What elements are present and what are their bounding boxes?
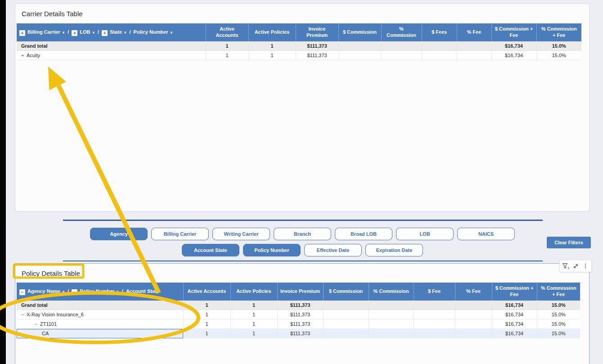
filter-section-divider-top: [63, 220, 543, 221]
column-header[interactable]: % Commission + Fee: [537, 283, 580, 301]
table-row-selected[interactable]: CA 1 1 $111,373 $16,734 15.0%: [17, 329, 580, 338]
chevron-down-icon[interactable]: ∨: [62, 31, 65, 35]
cell: 1: [183, 301, 230, 310]
cell: [422, 41, 457, 51]
chevron-down-icon[interactable]: ∨: [92, 31, 95, 35]
field-account-state[interactable]: Account State: [126, 288, 159, 294]
filter-button-row-1: Agency Billing Carrier Writing Carrier B…: [90, 228, 515, 240]
cell: $111,373: [277, 301, 323, 310]
column-header[interactable]: Active Accounts: [206, 23, 248, 41]
collapse-minus-icon[interactable]: −: [21, 312, 27, 317]
chevron-down-icon[interactable]: ∨: [124, 31, 127, 35]
filter-button-expiration-date[interactable]: Expiration Date: [365, 244, 423, 256]
cell: $16,734: [492, 310, 537, 319]
filter-button-naics[interactable]: NAICS: [457, 228, 515, 240]
hierarchy-separator: /: [130, 29, 131, 35]
cell: $16,734: [492, 329, 537, 338]
filter-funnel-icon: 1: [562, 263, 570, 270]
row-label: Grand total: [17, 301, 183, 310]
column-header[interactable]: $ Commission + Fee: [492, 283, 537, 301]
cell: $111,373: [296, 41, 338, 51]
policy-table-title: Policy Details Table: [22, 270, 80, 277]
cell: [457, 51, 491, 60]
column-header[interactable]: % Commission + Fee: [536, 23, 581, 41]
filter-button-broad-lob[interactable]: Broad LOB: [335, 228, 392, 240]
column-header[interactable]: Invoice Premium: [296, 23, 338, 41]
collapse-toggle-icon[interactable]: +: [19, 30, 25, 36]
column-header[interactable]: $ Commission: [323, 283, 369, 301]
cell: 15.0%: [537, 301, 580, 310]
filter-button-writing-carrier[interactable]: Writing Carrier: [212, 228, 270, 240]
cell: $16,734: [492, 319, 537, 329]
cell: [369, 319, 414, 329]
applied-filters-button[interactable]: 1: [562, 261, 570, 270]
hierarchy-separator: /: [122, 288, 123, 294]
collapse-minus-icon[interactable]: −: [35, 321, 40, 327]
field-billing-carrier[interactable]: Billing Carrier: [27, 29, 60, 35]
policy-details-panel: Policy Details Table −Agency Name∨/−Poli…: [15, 263, 590, 364]
column-header[interactable]: Active Accounts: [183, 283, 230, 301]
filter-button-billing-carrier[interactable]: Billing Carrier: [151, 228, 209, 240]
cell: 1: [248, 41, 296, 51]
cell: [369, 301, 414, 310]
hierarchy-separator: /: [98, 29, 99, 35]
column-header[interactable]: % Fee: [457, 23, 491, 41]
field-policy-number[interactable]: Policy Number: [80, 288, 114, 294]
collapse-toggle-icon[interactable]: +: [72, 30, 77, 36]
table-row[interactable]: −X-Ray Vision Insurance_6 1 1 $111,373 $…: [17, 310, 580, 319]
field-policy-number[interactable]: Policy Number: [134, 29, 168, 35]
column-header[interactable]: % Fee: [455, 283, 492, 301]
clear-filters-button[interactable]: Clear Filters: [547, 237, 591, 248]
column-header[interactable]: % Commission: [381, 23, 422, 41]
row-label: ZT1101: [40, 321, 57, 327]
chevron-down-icon[interactable]: ∨: [116, 290, 119, 294]
focus-mode-button[interactable]: [572, 261, 580, 270]
chevron-down-icon[interactable]: ∨: [62, 290, 65, 294]
more-options-button[interactable]: [581, 261, 590, 270]
collapse-toggle-icon[interactable]: +: [102, 30, 108, 36]
column-header[interactable]: $ Fee: [414, 283, 455, 301]
column-header[interactable]: $ Commission + Fee: [491, 23, 536, 41]
field-lob[interactable]: LOB: [80, 29, 90, 35]
table-row[interactable]: Grand total 1 1 $111,373 $16,734 15.0%: [17, 301, 580, 310]
filter-button-lob[interactable]: LOB: [396, 228, 454, 240]
filter-button-branch[interactable]: Branch: [274, 228, 331, 240]
filter-button-row-2: Account State Policy Number Effective Da…: [182, 244, 423, 256]
column-header[interactable]: % Commission: [369, 283, 414, 301]
column-header[interactable]: Active Policies: [248, 23, 296, 41]
row-label: X-Ray Vision Insurance_6: [27, 312, 84, 317]
column-header[interactable]: Invoice Premium: [277, 283, 323, 301]
policy-hierarchy-header[interactable]: −Agency Name∨/−Policy Number∨/Account St…: [17, 283, 183, 301]
filter-button-policy-number[interactable]: Policy Number: [243, 244, 301, 256]
cell: [414, 329, 455, 338]
collapse-toggle-icon[interactable]: −: [72, 289, 77, 295]
cell: [381, 51, 422, 60]
cell: $16,734: [491, 51, 536, 60]
table-row[interactable]: +Acuity 1 1 $111,373 $16,734 15.0%: [17, 51, 581, 60]
collapse-toggle-icon[interactable]: −: [19, 289, 25, 295]
table-row[interactable]: −ZT1101 1 1 $111,373 $16,734 15.0%: [17, 319, 580, 329]
cell: $16,734: [491, 41, 536, 51]
column-header[interactable]: Active Policies: [230, 283, 277, 301]
cell: [455, 329, 492, 338]
filter-section-divider-bottom: [63, 261, 543, 261]
kebab-menu-icon: [585, 264, 586, 268]
column-header[interactable]: $ Commission: [338, 23, 381, 41]
row-label: Acuity: [27, 53, 40, 58]
cell: [323, 310, 369, 319]
table-row[interactable]: Grand total 1 1 $111,373 $16,734 15.0%: [17, 41, 581, 51]
cell: 1: [206, 41, 248, 51]
cell: 1: [206, 51, 248, 60]
column-header[interactable]: $ Fees: [422, 23, 457, 41]
filter-button-effective-date[interactable]: Effective Date: [304, 244, 362, 256]
carrier-hierarchy-header[interactable]: +Billing Carrier∨/+LOB∨/+State∨/Policy N…: [17, 23, 206, 41]
chevron-down-icon[interactable]: ∨: [170, 31, 173, 35]
policy-table-header-row: −Agency Name∨/−Policy Number∨/Account St…: [17, 283, 580, 301]
field-agency-name[interactable]: Agency Name: [27, 288, 60, 294]
field-state[interactable]: State: [110, 29, 122, 35]
cell: [455, 319, 492, 329]
filter-button-account-state[interactable]: Account State: [182, 244, 239, 256]
cell: [414, 310, 455, 319]
expand-plus-icon[interactable]: +: [21, 53, 27, 58]
filter-button-agency[interactable]: Agency: [90, 228, 148, 240]
